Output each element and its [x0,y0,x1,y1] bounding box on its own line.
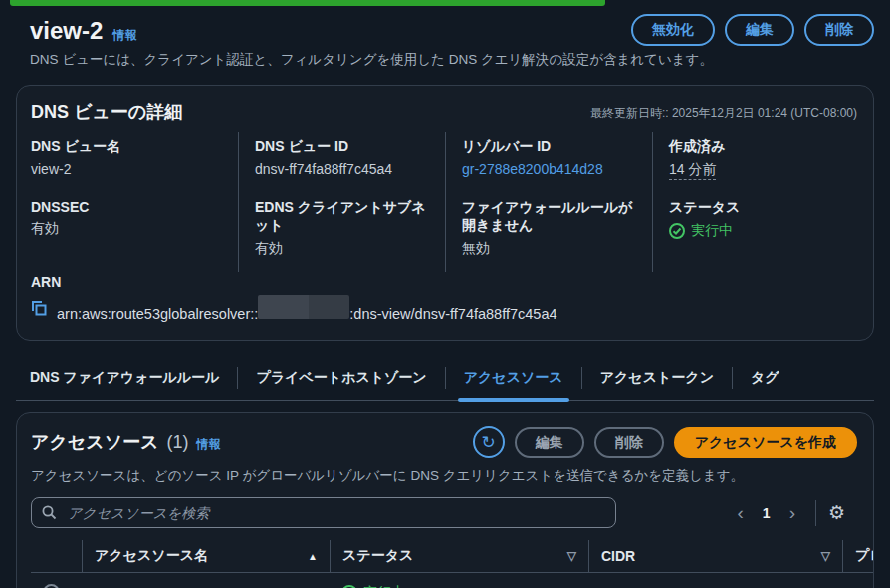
next-page-button[interactable]: › [781,503,803,522]
field-created: 作成済み 14 分前 [652,132,859,193]
tab-private-hosted-zones[interactable]: プライベートホストゾーン [238,360,444,400]
field-value: 有効 [31,220,224,238]
page-title: view-2 [30,18,103,44]
column-label: プロトコル [855,547,873,565]
create-access-source-button[interactable]: アクセスソースを作成 [674,427,857,459]
page-description: DNS ビューには、クライアント認証と、フィルタリングを使用した DNS クエリ… [30,51,874,69]
field-dns-view-name: DNS ビュー名 view-2 [31,132,238,193]
field-edns-client-subnet: EDNS クライアントサブネット 有効 [238,193,445,272]
refresh-button[interactable]: ↻ [473,426,505,458]
field-label: リゾルバー ID [462,138,638,156]
last-updated-timestamp: 最終更新日時:: 2025年12月2日 01:24 (UTC-08:00) [590,105,857,122]
access-sources-count: (1) [167,432,189,453]
page-info-link[interactable]: 情報 [112,27,136,44]
field-status: ステータス 実行中 [652,193,859,272]
field-label: DNS ビュー ID [255,138,431,156]
table-header-row: アクセスソース名 ▲ ステータス ▽ CIDR ▽ プロトコル [31,540,873,573]
row-radio-button[interactable] [43,584,60,588]
search-input[interactable] [66,504,605,522]
column-header-name[interactable]: アクセスソース名 ▲ [82,540,330,572]
column-label: CIDR [601,548,635,564]
copy-arn-button[interactable] [31,300,48,317]
tab-access-sources[interactable]: アクセスソース [446,360,581,400]
row-cidr-cell: 34.204.93.175/32 [588,575,842,588]
arn-label: ARN [31,274,859,290]
arn-section: ARN arn:aws:route53globalresolver:::dns-… [17,272,873,340]
table-toolbar: ‹ 1 › ⚙ [17,485,873,528]
status-badge: 実行中 [669,222,733,240]
column-header-protocol[interactable]: プロトコル [842,540,873,572]
access-sources-description: アクセスソースは、どのソース IP がグローバルリゾルバーに DNS クエリリク… [31,467,873,485]
tab-access-tokens[interactable]: アクセストークン [582,360,732,400]
sort-icon: ▽ [821,549,830,563]
select-all-header [31,540,82,572]
copy-icon [31,300,48,317]
page-header: view-2 情報 DNS ビューには、クライアント認証と、フィルタリングを使用… [0,0,890,69]
status-text: 実行中 [691,222,733,240]
details-grid: DNS ビュー名 view-2 DNS ビュー ID dnsv-ff74fa88… [17,132,873,272]
check-circle-icon [669,223,685,239]
access-sources-title: アクセスソース [31,430,159,454]
status-badge: 実行中 [341,584,405,588]
delete-button[interactable]: 削除 [804,14,874,46]
tab-bar: DNS ファイアウォールルール プライベートホストゾーン アクセスソース アクセ… [16,360,874,401]
field-dnssec: DNSSEC 有効 [31,193,238,272]
column-label: アクセスソース名 [95,547,208,565]
access-sources-panel: アクセスソース (1) 情報 ↻ 編集 削除 アクセスソースを作成 アクセスソー… [16,412,874,588]
toolbar-divider [815,500,816,526]
tab-tags[interactable]: タグ [733,360,797,400]
field-resolver-id: リゾルバー ID gr-2788e8200b414d28 [445,132,652,193]
resolver-id-link[interactable]: gr-2788e8200b414d28 [462,161,603,177]
tab-dns-firewall-rules[interactable]: DNS ファイアウォールルール [16,360,237,400]
refresh-icon: ↻ [482,434,496,451]
redacted-account-id [258,295,349,319]
arn-prefix: arn:aws:route53globalresolver:: [57,306,258,322]
field-label: DNS ビュー名 [31,138,224,156]
arn-text: arn:aws:route53globalresolver:::dns-view… [57,295,557,322]
column-header-cidr[interactable]: CIDR ▽ [588,540,842,572]
current-page-number[interactable]: 1 [754,505,779,521]
pagination: ‹ 1 › ⚙ [730,500,860,526]
header-actions: 無効化 編集 削除 [631,14,874,46]
row-protocol-cell: Do53 [842,575,873,588]
prev-page-button[interactable]: ‹ [730,503,752,522]
field-label: ステータス [669,199,845,217]
access-sources-table: アクセスソース名 ▲ ステータス ▽ CIDR ▽ プロトコル private [17,540,873,588]
field-label: ファイアウォールルールが開きません [462,199,638,235]
access-sources-info-link[interactable]: 情報 [197,436,221,453]
disable-button[interactable]: 無効化 [631,14,715,46]
sort-ascending-icon: ▲ [308,551,318,562]
field-value: dnsv-ff74fa88ff7c45a4 [255,161,431,177]
row-name-cell: private [82,575,330,588]
created-relative-time[interactable]: 14 分前 [669,161,716,180]
status-text: 実行中 [363,584,405,588]
table-settings-button[interactable]: ⚙ [828,503,845,522]
column-label: ステータス [342,547,413,565]
field-label: EDNS クライアントサブネット [255,199,431,235]
column-header-status[interactable]: ステータス ▽ [330,540,588,572]
search-box [31,497,616,528]
field-label: 作成済み [669,138,845,156]
access-source-edit-button[interactable]: 編集 [515,427,584,459]
field-value: view-2 [31,161,224,177]
edit-button[interactable]: 編集 [725,14,794,46]
row-status-cell: 実行中 [330,573,588,588]
field-label: DNSSEC [31,199,224,215]
field-dns-view-id: DNS ビュー ID dnsv-ff74fa88ff7c45a4 [238,132,445,193]
table-row: private 実行中 34.204.93.175/32 Do53 [31,573,873,588]
arn-suffix: :dns-view/dnsv-ff74fa88ff7c45a4 [349,306,556,322]
field-value: 有効 [255,240,431,258]
row-select-cell [31,573,82,588]
access-source-delete-button[interactable]: 削除 [594,427,664,459]
field-firewall-rules: ファイアウォールルールが開きません 無効 [445,193,652,272]
dns-view-details-panel: DNS ビューの詳細 最終更新日時:: 2025年12月2日 01:24 (UT… [16,85,874,341]
gear-icon: ⚙ [828,502,845,523]
field-value: 無効 [462,240,638,258]
search-icon [42,505,57,520]
sort-icon: ▽ [567,549,576,563]
details-panel-title: DNS ビューの詳細 [31,100,182,124]
